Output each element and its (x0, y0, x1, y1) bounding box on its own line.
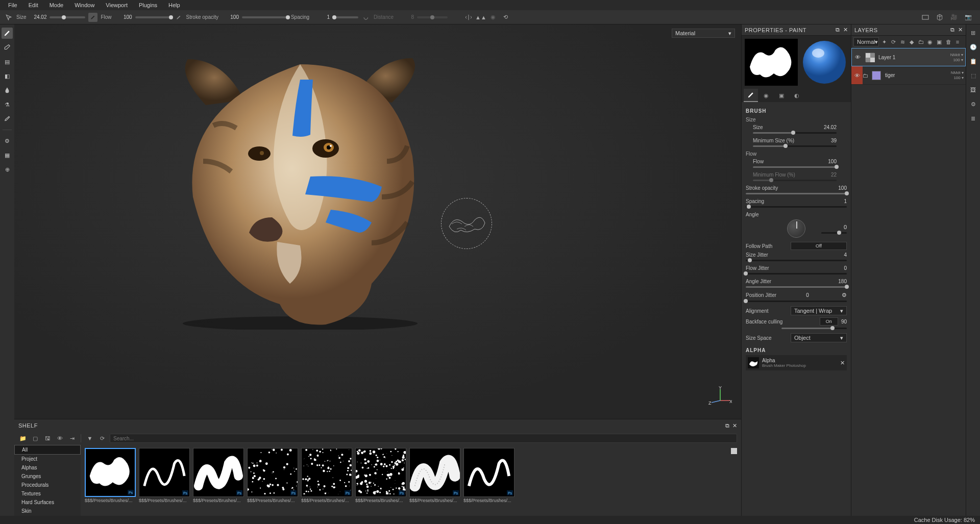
tab-material-icon[interactable]: ◐ (790, 89, 804, 102)
spacing-slider[interactable] (333, 16, 358, 18)
layer-opacity[interactable]: 100 ▾ (953, 58, 963, 62)
backface-toggle[interactable]: On (820, 317, 838, 326)
menu-file[interactable]: File (3, 1, 22, 9)
shelf-item[interactable]: Ps$$$/Presets/Brushes/... (85, 448, 136, 513)
spacing-value[interactable]: 1 (312, 14, 330, 20)
layer-mode[interactable]: NMdt ▾ (950, 53, 963, 57)
material-preview[interactable] (801, 39, 848, 86)
shader-settings-icon[interactable]: ≣ (968, 113, 978, 123)
size-jitter-slider[interactable] (746, 260, 847, 261)
shelf-refresh-icon[interactable]: ⟳ (97, 434, 107, 443)
backface-value[interactable]: 90 (841, 319, 847, 325)
symmetry-icon[interactable] (464, 13, 473, 22)
layer-mode[interactable]: NMdt ▾ (951, 70, 964, 75)
prop-opacity-value[interactable]: 100 (838, 185, 847, 191)
camera-icon[interactable]: 📷 (964, 13, 973, 22)
prop-flow-slider[interactable] (753, 166, 837, 168)
opacity-value[interactable]: 100 (222, 14, 239, 20)
prop-angle-slider[interactable] (821, 232, 847, 234)
layer-name[interactable]: Layer 1 (876, 55, 950, 60)
position-jitter-slider[interactable] (746, 301, 847, 302)
prop-size-slider[interactable] (753, 132, 837, 134)
texture-settings-icon[interactable]: ⊞ (968, 28, 978, 38)
menu-window[interactable]: Window (69, 1, 100, 9)
fill-tool[interactable]: ◧ (2, 70, 13, 82)
layer-menu-icon[interactable]: ≡ (953, 38, 962, 46)
perspective-icon[interactable] (921, 13, 930, 22)
layer-name[interactable]: tiger (883, 72, 951, 78)
more-icon[interactable]: ⊕ (2, 164, 13, 175)
settings-icon[interactable]: ⚙ (2, 135, 13, 146)
prop-angle-value[interactable]: 0 (844, 224, 847, 230)
shelf-save-icon[interactable]: 🖫 (43, 434, 52, 443)
shelf-close-icon[interactable]: ✕ (732, 422, 737, 429)
alignment-dropdown[interactable]: Tangent | Wrap▾ (791, 306, 847, 315)
texture-set-icon[interactable]: ▦ (2, 149, 13, 161)
flow-jitter-value[interactable]: 0 (844, 265, 847, 271)
shelf-item[interactable]: Ps$$$/Presets/Brushes/... (409, 448, 460, 513)
axis-gizmo[interactable]: X Y Z (708, 386, 732, 410)
shelf-folder-icon[interactable]: 📁 (18, 434, 28, 443)
layer-visibility-icon[interactable]: 👁 (851, 66, 863, 84)
blend-mode-dropdown[interactable]: Normal▾ (853, 37, 879, 46)
shelf-cat-project[interactable]: Project (14, 455, 81, 463)
shelf-new-icon[interactable]: ▢ (31, 434, 40, 443)
paint-tool[interactable] (2, 28, 13, 39)
shelf-cat-grunges[interactable]: Grunges (14, 472, 81, 481)
prop-flow-value[interactable]: 100 (828, 159, 837, 164)
flow-jitter-slider[interactable] (746, 273, 847, 275)
add-layer-icon[interactable]: ≋ (898, 38, 906, 46)
menu-edit[interactable]: Edit (23, 1, 43, 9)
shelf-item[interactable]: Ps$$$/Presets/Brushes/... (139, 448, 190, 513)
reset-icon[interactable]: ⟲ (501, 13, 510, 22)
3d-cube-icon[interactable] (935, 13, 944, 22)
log-icon[interactable]: 📋 (968, 56, 978, 66)
projection-tool[interactable]: ▤ (2, 56, 13, 67)
shelf-item[interactable]: Ps$$$/Presets/Brushes/... (247, 448, 298, 513)
picker-tool[interactable] (2, 113, 13, 124)
material-dropdown[interactable]: Material▾ (672, 29, 735, 38)
properties-popout-icon[interactable]: ⧉ (836, 27, 840, 33)
ts-list-icon[interactable]: 🖼 (968, 85, 978, 95)
size-jitter-value[interactable]: 4 (844, 252, 847, 258)
prop-spacing-value[interactable]: 1 (844, 198, 847, 204)
prop-minsize-value[interactable]: 39 (831, 138, 837, 143)
tab-alpha-icon[interactable]: ◉ (759, 89, 773, 102)
clone-tool[interactable]: ⚗ (2, 99, 13, 110)
jitter-settings-icon[interactable]: ⚙ (842, 292, 847, 298)
alpha-resource[interactable]: AlphaBrush Maker Photoshop ✕ (746, 355, 847, 370)
lazy-mouse-icon[interactable]: ◡ (361, 13, 371, 22)
layers-close-icon[interactable]: ✕ (958, 27, 963, 33)
display-settings-icon[interactable]: ⚙ (968, 99, 978, 109)
pressure-flow-icon[interactable] (174, 13, 183, 22)
shelf-import-icon[interactable]: ⇥ (67, 434, 77, 443)
follow-path-toggle[interactable]: Off (791, 242, 847, 250)
menu-plugins[interactable]: Plugins (134, 1, 162, 9)
backface-slider[interactable] (781, 328, 847, 329)
properties-close-icon[interactable]: ✕ (843, 27, 848, 33)
shelf-hide-icon[interactable]: 👁 (55, 434, 64, 443)
add-fill-icon[interactable]: ◆ (908, 38, 916, 46)
menu-viewport[interactable]: Viewport (101, 1, 133, 9)
add-mask-icon[interactable]: ⟳ (889, 38, 897, 46)
shelf-item[interactable]: Ps$$$/Presets/Brushes/... (301, 448, 352, 513)
shelf-item[interactable]: Ps$$$/Presets/Brushes/... (193, 448, 244, 513)
channels-icon[interactable]: ⬚ (968, 70, 978, 81)
prop-minsize-slider[interactable] (753, 145, 837, 147)
add-adjust-icon[interactable]: ▣ (935, 38, 943, 46)
angle-jitter-value[interactable]: 180 (838, 279, 847, 284)
menu-help[interactable]: Help (163, 1, 185, 9)
cursor-icon[interactable] (4, 13, 13, 22)
pressure-size-icon[interactable] (88, 13, 97, 22)
tab-brush-icon[interactable] (744, 89, 758, 102)
angle-jitter-slider[interactable] (746, 286, 847, 288)
prop-spacing-slider[interactable] (746, 206, 847, 208)
shelf-cat-all[interactable]: All (14, 445, 81, 455)
viewport-3d[interactable]: Material▾ (14, 24, 741, 419)
prop-opacity-slider[interactable] (746, 193, 847, 194)
shelf-popout-icon[interactable]: ⧉ (725, 422, 729, 429)
prop-size-value[interactable]: 24.02 (824, 124, 837, 130)
angle-dial[interactable] (787, 219, 805, 238)
shelf-filter-icon[interactable]: ▼ (85, 434, 94, 443)
alpha-remove-icon[interactable]: ✕ (840, 360, 845, 366)
